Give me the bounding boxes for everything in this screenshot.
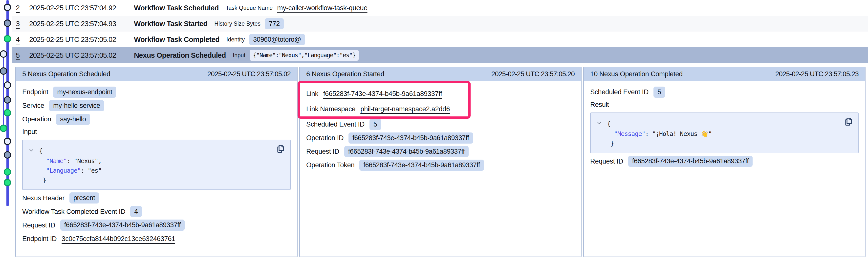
detail-value-badge: f665283f-743e-4374-b45b-9a61a89337ff [60, 220, 185, 231]
detail-label: Operation [22, 115, 51, 123]
panel-body: Endpointmy-nexus-endpointServicemy-hello… [16, 81, 297, 247]
detail-row-request-id: Request IDf665283f-743e-4374-b45b-9a61a8… [590, 156, 859, 167]
timeline-dot-green [4, 109, 11, 116]
event-detail-panel: 5 Nexus Operation Scheduled 2025-02-25 U… [15, 67, 298, 257]
event-value-badge: 772 [265, 18, 284, 29]
event-row[interactable]: 2 2025-02-25 UTC 23:57:04.92 Workflow Ta… [12, 0, 868, 16]
copy-icon[interactable] [275, 144, 286, 154]
code-line: "Name": "Nexus", [28, 156, 284, 166]
timeline-dot-white [0, 50, 7, 58]
detail-row-request-id: Request IDf665283f-743e-4374-b45b-9a61a8… [22, 220, 291, 231]
detail-value-badge: f665283f-743e-4374-b45b-9a61a89337ff [359, 160, 484, 171]
detail-row-service: Servicemy-hello-service [22, 100, 291, 111]
json-text: { [607, 120, 611, 127]
panel-body: Scheduled Event ID5Result{ "Message": "¡… [584, 81, 865, 169]
detail-value-badge: 5 [653, 86, 665, 98]
event-row[interactable]: 4 2025-02-25 UTC 23:57:05.02 Workflow Ta… [12, 32, 868, 47]
detail-label: Scheduled Event ID [590, 88, 649, 96]
copy-icon[interactable] [843, 117, 854, 127]
detail-row-operation-id: Operation IDf665283f-743e-4374-b45b-9a61… [306, 132, 575, 144]
detail-row-operation: Operationsay-hello [22, 113, 291, 125]
json-text: } [607, 140, 614, 147]
detail-value-badge: my-hello-service [49, 100, 104, 111]
timeline-dot-gray [4, 96, 11, 104]
event-timestamp: 2025-02-25 UTC 23:57:05.02 [29, 51, 128, 60]
timeline-dot-green [0, 124, 7, 132]
timeline-dot-gray [4, 151, 11, 159]
detail-row-operation-token: Operation Tokenf665283f-743e-4374-b45b-9… [306, 159, 575, 171]
annotation-highlight-box [298, 81, 471, 119]
timeline-dot-green [4, 179, 11, 186]
event-timestamp: 2025-02-25 UTC 23:57:05.02 [29, 36, 128, 44]
detail-value-badge: f665283f-743e-4374-b45b-9a61a89337ff [348, 133, 473, 144]
panel-timestamp: 2025-02-25 UTC 23:57:05.20 [491, 70, 575, 78]
detail-label: Endpoint [22, 88, 48, 96]
code-line: { [596, 119, 852, 129]
code-line: } [28, 175, 284, 185]
event-field-label: Input [233, 52, 245, 59]
event-list: 2 2025-02-25 UTC 23:57:04.92 Workflow Ta… [12, 0, 868, 63]
event-timeline [0, 0, 15, 260]
timeline-branch-line [3, 54, 4, 128]
detail-value-badge: my-nexus-endpoint [53, 86, 116, 98]
json-text [607, 130, 614, 138]
code-line: { [28, 146, 284, 156]
event-row[interactable]: 3 2025-02-25 UTC 23:57:04.93 Workflow Ta… [12, 16, 868, 32]
detail-row-input: Input{ "Name": "Nexus", "Language": "es"… [22, 128, 291, 190]
event-id-link[interactable]: 4 [16, 36, 23, 44]
detail-label: Operation Token [306, 161, 354, 169]
timeline-dot-green [4, 168, 11, 176]
detail-label: Workflow Task Completed Event ID [22, 208, 125, 216]
detail-value-badge: 4 [130, 206, 142, 217]
chevron-down-icon[interactable] [596, 119, 607, 129]
json-code-block: { "Name": "Nexus", "Language": "es" } [22, 140, 291, 190]
json-text: } [39, 177, 46, 184]
timeline-dot-gray [0, 67, 7, 75]
detail-label: Request ID [306, 148, 339, 155]
detail-label: Operation ID [306, 134, 344, 142]
event-detail-panel: 10 Nexus Operation Completed 2025-02-25 … [583, 67, 866, 257]
json-text: : "¡Hola! Nexus 👋" [645, 130, 712, 138]
detail-value-badge: 5 [370, 119, 381, 130]
event-name: Workflow Task Completed [134, 36, 219, 44]
temporal-event-history-view: 2 2025-02-25 UTC 23:57:04.92 Workflow Ta… [0, 0, 868, 260]
detail-value-link[interactable]: 3c0c75ccfa8144b092c13ce632463761 [62, 235, 175, 243]
event-value-badge: 30960@totoro@ [249, 34, 305, 45]
event-value-link[interactable]: my-caller-workflow-task-queue [277, 4, 367, 12]
event-id-link[interactable]: 3 [16, 20, 23, 28]
detail-label: Request ID [590, 157, 623, 165]
panel-timestamp: 2025-02-25 UTC 23:57:05.02 [207, 70, 291, 78]
code-line: "Language": "es" [28, 166, 284, 175]
detail-label: Result [590, 101, 609, 108]
event-id-link[interactable]: 5 [16, 51, 23, 60]
detail-value-badge: f665283f-743e-4374-b45b-9a61a89337ff [628, 156, 753, 167]
json-code-block: { "Message": "¡Hola! Nexus 👋" } [590, 112, 859, 153]
detail-label: Endpoint ID [22, 235, 57, 243]
json-key: "Name" [46, 157, 67, 164]
json-key: "Message" [614, 130, 645, 138]
chevron-down-icon[interactable] [28, 147, 39, 156]
detail-row-scheduled-event-id: Scheduled Event ID5 [590, 86, 859, 98]
detail-value-badge: present [69, 192, 99, 203]
timeline-dot-white [4, 4, 11, 11]
panel-header: 6 Nexus Operation Started 2025-02-25 UTC… [300, 67, 581, 81]
json-key: "Language" [46, 167, 81, 174]
json-text: { [39, 147, 42, 154]
timeline-dot-white [4, 81, 11, 89]
event-field-label: Task Queue Name [226, 5, 273, 11]
event-name: Nexus Operation Scheduled [134, 51, 226, 60]
panel-header: 5 Nexus Operation Scheduled 2025-02-25 U… [16, 67, 297, 81]
timeline-dot-white [4, 138, 11, 145]
panel-timestamp: 2025-02-25 UTC 23:57:05.23 [775, 70, 859, 78]
detail-label: Request ID [22, 221, 55, 229]
code-line: } [596, 139, 852, 148]
detail-label: Input [22, 128, 37, 136]
detail-row-scheduled-event-id: Scheduled Event ID5 [306, 119, 575, 130]
event-timestamp: 2025-02-25 UTC 23:57:04.92 [29, 4, 128, 12]
json-text: : "Nexus", [67, 157, 101, 164]
json-text: : "es" [81, 167, 101, 174]
event-row[interactable]: 5 2025-02-25 UTC 23:57:05.02 Nexus Opera… [12, 47, 868, 63]
event-id-link[interactable]: 2 [16, 4, 23, 12]
detail-row-nexus-header: Nexus Headerpresent [22, 192, 291, 204]
code-line: "Message": "¡Hola! Nexus 👋" [596, 129, 852, 139]
